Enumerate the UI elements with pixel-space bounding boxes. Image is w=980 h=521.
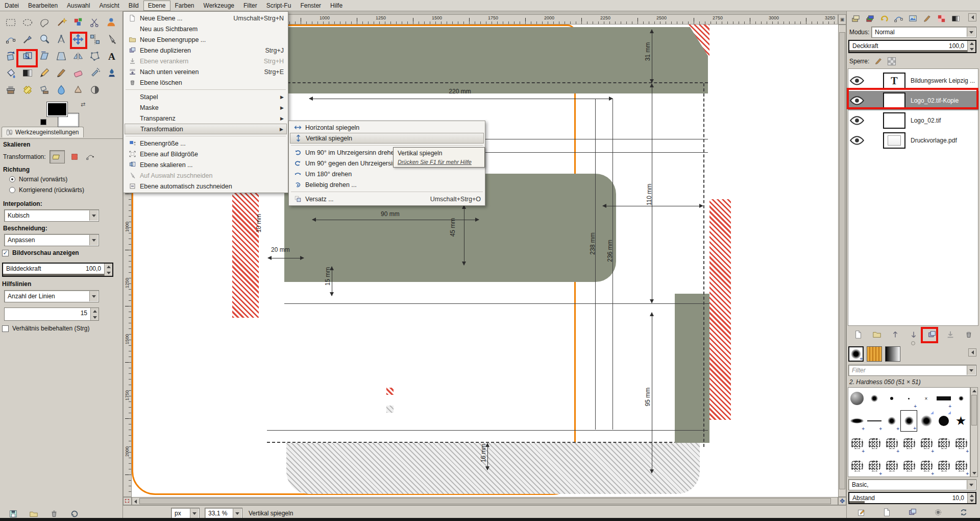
- dodge-burn-tool[interactable]: [87, 82, 103, 98]
- ebene-menu-item-ebene-automatisch-zuschneiden[interactable]: Ebene automatisch zuschneiden: [125, 181, 287, 192]
- scissors-select-tool[interactable]: [87, 14, 103, 30]
- flip-tool[interactable]: [70, 48, 86, 64]
- delete-layer-button[interactable]: [961, 328, 976, 341]
- brush-item[interactable]: +: [883, 433, 900, 454]
- chevron-down-icon[interactable]: [190, 509, 199, 518]
- ebene-menu-item-nach-unten-vereinen[interactable]: Nach unten vereinenStrg+E: [125, 66, 287, 77]
- tab-brushes[interactable]: [920, 12, 934, 25]
- brush-item[interactable]: [883, 455, 900, 477]
- eraser-tool[interactable]: [70, 65, 86, 81]
- spinner-buttons[interactable]: [90, 308, 99, 320]
- ebene-menu-item-auf-auswahl-zuschneiden[interactable]: Auf Auswahl zuschneiden: [125, 170, 287, 181]
- menubar-item-ansicht[interactable]: Ansicht: [94, 1, 124, 11]
- menubar-item-auswahl[interactable]: Auswahl: [62, 1, 94, 11]
- brush-spacing-slider[interactable]: Abstand 10,0: [848, 492, 976, 504]
- chevron-down-icon[interactable]: [967, 366, 975, 375]
- menubar-item-bild[interactable]: Bild: [124, 1, 143, 11]
- brush-item[interactable]: +: [952, 455, 969, 477]
- menubar-item-scriptfu[interactable]: Script-Fu: [262, 1, 296, 11]
- refresh-brushes-button[interactable]: [957, 507, 970, 518]
- brush-item[interactable]: +: [918, 433, 935, 454]
- rotate-tool[interactable]: [3, 48, 18, 64]
- brush-item[interactable]: +: [866, 455, 883, 477]
- measure-tool[interactable]: [53, 31, 69, 47]
- tab-patterns[interactable]: [935, 12, 948, 25]
- free-select-tool[interactable]: [36, 14, 52, 30]
- brush-item[interactable]: +: [883, 410, 900, 432]
- text-tool[interactable]: A: [104, 48, 119, 64]
- default-colors-icon[interactable]: [41, 120, 46, 125]
- layer-mode-select[interactable]: Normal: [871, 27, 976, 38]
- brush-item-selected[interactable]: +: [900, 410, 917, 432]
- layer-opacity-slider[interactable]: Deckkraft 100,0: [848, 40, 976, 53]
- brush-item[interactable]: [900, 455, 917, 477]
- ebene-menu-item-ebene-auf-bildgr-e[interactable]: Ebene auf Bildgröße: [125, 149, 287, 159]
- clone-tool[interactable]: [3, 82, 18, 98]
- menubar-item-bearbeiten[interactable]: Bearbeiten: [23, 1, 62, 11]
- menubar-item-hilfe[interactable]: Hilfe: [326, 1, 347, 11]
- cage-transform-tool[interactable]: [87, 48, 103, 64]
- tab-undo-history[interactable]: [877, 12, 891, 25]
- chevron-down-icon[interactable]: [967, 480, 975, 489]
- transformation-submenu-item-vertikal-spiegeln[interactable]: Vertikal spiegeln: [290, 133, 484, 144]
- chevron-down-icon[interactable]: [89, 210, 98, 221]
- tab-gradients-thumb[interactable]: [885, 346, 900, 362]
- transform-selection-button[interactable]: [68, 151, 81, 163]
- rectangle-select-tool[interactable]: [3, 14, 18, 30]
- unit-select[interactable]: px: [171, 508, 200, 519]
- guides-count-field[interactable]: 15: [4, 307, 99, 321]
- lock-alpha-icon[interactable]: [888, 57, 896, 65]
- brush-item[interactable]: +: [952, 433, 969, 454]
- bucket-fill-tool[interactable]: [3, 65, 18, 81]
- transformation-submenu-item-horizontal-spiegeln[interactable]: Horizontal spiegeln: [290, 122, 484, 133]
- brush-item[interactable]: +: [935, 388, 952, 409]
- pencil-tool[interactable]: [36, 65, 52, 81]
- shear-tool[interactable]: [36, 48, 52, 64]
- tab-images[interactable]: [906, 12, 920, 25]
- menubar-item-datei[interactable]: Datei: [0, 1, 23, 11]
- tab-channels[interactable]: [863, 12, 877, 25]
- tab-layers[interactable]: [849, 12, 863, 25]
- brush-item[interactable]: +: [866, 410, 883, 432]
- menubar-item-ebene[interactable]: Ebene: [143, 1, 170, 11]
- pan-navigation-icon[interactable]: ✥: [838, 497, 846, 505]
- color-picker-tool[interactable]: [19, 31, 35, 47]
- visibility-eye-icon[interactable]: [848, 133, 866, 148]
- pane-splitter-handle[interactable]: [911, 341, 915, 345]
- lock-pixels-icon[interactable]: [873, 56, 884, 66]
- brush-item[interactable]: [900, 433, 917, 454]
- spinner-buttons[interactable]: [967, 41, 975, 52]
- ebene-menu-item-stapel[interactable]: Stapel▶: [125, 91, 287, 102]
- brush-item[interactable]: [866, 388, 883, 409]
- clipping-select[interactable]: Anpassen: [4, 234, 99, 246]
- spinner-buttons[interactable]: [104, 264, 112, 276]
- ebene-menu-item-maske[interactable]: Maske▶: [125, 102, 287, 113]
- brush-item[interactable]: [918, 410, 935, 432]
- crop-tool[interactable]: [104, 31, 119, 47]
- foreground-color-swatch[interactable]: [47, 102, 67, 116]
- ebene-menu-item-ebene-verankern[interactable]: Ebene verankernStrg+H: [125, 56, 287, 66]
- spinner-buttons[interactable]: [967, 493, 975, 503]
- brush-item[interactable]: +: [848, 410, 865, 432]
- menubar-item-farben[interactable]: Farben: [170, 1, 199, 11]
- direction-corrective-option[interactable]: Korrigierend (rückwärts): [9, 186, 84, 194]
- scale-tool[interactable]: [19, 48, 35, 64]
- new-brush-button[interactable]: [880, 507, 894, 518]
- paths-tool[interactable]: [3, 31, 18, 47]
- tab-tool-options[interactable]: Werkzeugeinstellungen: [2, 127, 84, 137]
- transform-layer-button[interactable]: [50, 150, 65, 163]
- zoom-fit-toggle[interactable]: ▣: [838, 14, 846, 25]
- guides-select[interactable]: Anzahl der Linien: [4, 290, 99, 302]
- layer-row-logo-02-tif[interactable]: Logo_02.tif: [848, 111, 979, 130]
- menubar-item-fenster[interactable]: Fenster: [296, 1, 326, 11]
- move-tool[interactable]: [70, 31, 86, 47]
- visibility-eye-icon[interactable]: [848, 73, 866, 88]
- ebene-menu-item-ebene-duplizieren[interactable]: Ebene duplizierenStrg+J: [125, 45, 287, 56]
- ebene-menu-item-transformation[interactable]: Transformation▶: [125, 124, 287, 134]
- chevron-down-icon[interactable]: [967, 28, 975, 37]
- duplicate-brush-button[interactable]: [906, 507, 919, 518]
- edit-brush-button[interactable]: [855, 507, 868, 518]
- blend-tool[interactable]: [19, 65, 35, 81]
- delete-brush-button[interactable]: [932, 507, 945, 518]
- brush-item[interactable]: [935, 433, 952, 454]
